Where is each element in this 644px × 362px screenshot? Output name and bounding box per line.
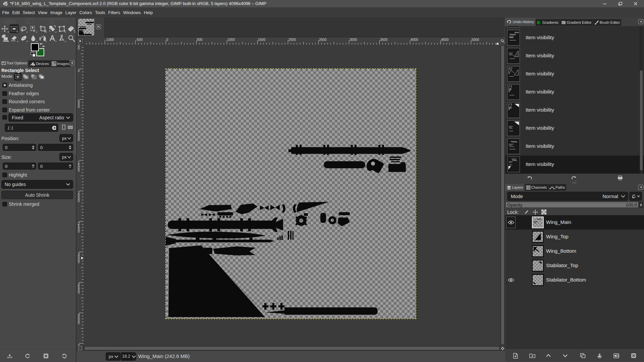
opacity-slider[interactable]: Opacity 100.0 <box>505 202 639 208</box>
tab-channels[interactable]: Channels <box>525 184 548 191</box>
feather-edges-checkbox[interactable] <box>2 91 7 96</box>
undo-item[interactable]: Item visibility <box>505 101 644 119</box>
selection-mode-intersect[interactable] <box>38 73 45 80</box>
left-dock-collapse-icon[interactable] <box>69 60 74 65</box>
reset-tool-defaults-icon[interactable] <box>61 353 67 359</box>
lock-pixels-icon[interactable] <box>524 209 529 215</box>
spinner-arrows[interactable] <box>31 163 35 169</box>
visibility-toggle[interactable] <box>506 245 516 257</box>
guides-combo[interactable]: No guides <box>1 180 73 189</box>
menu-select[interactable]: Select <box>21 9 36 16</box>
visibility-toggle[interactable] <box>506 231 516 243</box>
layer-mode-switch-button[interactable] <box>629 192 642 201</box>
selection-mode-add[interactable] <box>22 73 30 80</box>
layer-thumbnail[interactable] <box>532 274 544 286</box>
layer-row-wing_bottom[interactable]: Wing_Bottom <box>505 244 644 258</box>
delete-tool-preset-icon[interactable] <box>43 353 49 359</box>
layer-thumbnail[interactable] <box>532 260 544 272</box>
tool-text[interactable] <box>48 34 57 43</box>
menu-edit[interactable]: Edit <box>11 9 21 16</box>
undo-item[interactable]: Item visibility <box>505 119 644 137</box>
visibility-toggle[interactable] <box>506 260 516 272</box>
zoom-combo-chevron-icon[interactable] <box>131 352 136 361</box>
fixed-checkbox[interactable] <box>2 115 7 120</box>
menu-image[interactable]: Image <box>49 9 64 16</box>
menu-help[interactable]: Help <box>142 9 154 16</box>
layers-dock-collapse-icon[interactable] <box>638 185 643 190</box>
menu-colors[interactable]: Colors <box>78 9 94 16</box>
tab-gradients[interactable]: Gradients <box>536 19 560 26</box>
raise-layer-icon[interactable] <box>545 353 551 359</box>
image-tab-close-icon[interactable] <box>96 24 101 29</box>
image-tab[interactable] <box>76 17 105 37</box>
default-colors-icon[interactable] <box>31 52 36 57</box>
new-layer-icon[interactable] <box>513 353 519 359</box>
tool-free-select[interactable] <box>19 24 28 33</box>
size-height-spinbox[interactable]: 0 <box>38 163 73 170</box>
antialiasing-checkbox[interactable]: ✕ <box>2 83 7 87</box>
tab-layers[interactable]: Layers <box>505 184 525 191</box>
zoom-follow-window-icon[interactable] <box>500 38 505 45</box>
visibility-toggle[interactable] <box>506 217 516 228</box>
tool-heal[interactable] <box>19 34 28 43</box>
auto-shrink-button[interactable]: Auto Shrink <box>1 191 73 199</box>
canvas-menu-icon[interactable] <box>77 38 83 44</box>
undo-item[interactable]: Item visibility <box>505 65 644 83</box>
tool-move[interactable] <box>0 24 9 33</box>
undo-item[interactable]: Item visibility <box>505 83 644 101</box>
dock-resize-grip[interactable] <box>573 182 577 184</box>
layer-row-stabilator_bottom[interactable]: Stabilator_Bottom <box>505 273 644 287</box>
expand-from-center-checkbox[interactable] <box>2 108 7 112</box>
tool-clone[interactable] <box>0 34 9 43</box>
canvas-viewport[interactable] <box>84 45 500 346</box>
undo-dock-collapse-icon[interactable] <box>638 19 643 24</box>
tab-images[interactable]: Images <box>50 60 70 67</box>
navigation-preview-icon[interactable] <box>500 346 505 351</box>
layer-thumbnail[interactable] <box>532 217 544 228</box>
lock-position-icon[interactable] <box>533 209 538 215</box>
layer-thumbnail[interactable] <box>532 231 544 243</box>
canvas-vertical-scrollbar[interactable] <box>500 45 505 346</box>
add-layer-mask-icon[interactable] <box>613 353 619 359</box>
selection-mode-replace[interactable] <box>14 73 21 80</box>
position-x-spinbox[interactable]: 0 <box>3 144 36 151</box>
vertical-scrollbar-thumb[interactable] <box>501 45 504 345</box>
layer-row-wing_main[interactable]: Wing_Main <box>505 215 644 230</box>
save-tool-preset-icon[interactable] <box>7 353 13 359</box>
undo-icon[interactable] <box>527 175 533 181</box>
highlight-checkbox[interactable] <box>2 173 7 177</box>
horizontal-scrollbar-thumb[interactable] <box>84 346 500 350</box>
undo-item[interactable]: Item visibility <box>505 47 644 65</box>
tool-measure[interactable] <box>57 34 66 43</box>
swap-colors-icon[interactable] <box>40 43 45 48</box>
quick-mask-toggle-icon[interactable] <box>77 346 83 351</box>
menu-filters[interactable]: Filters <box>107 9 121 16</box>
duplicate-layer-icon[interactable] <box>580 353 586 359</box>
position-unit-combo[interactable]: px <box>59 134 73 142</box>
lock-alpha-icon[interactable] <box>541 209 546 215</box>
spinner-arrows[interactable] <box>31 144 35 150</box>
undo-item[interactable]: Item visibility <box>505 137 644 156</box>
new-layer-group-icon[interactable] <box>529 353 535 359</box>
merge-down-icon[interactable] <box>596 353 602 359</box>
spinner-arrows[interactable] <box>68 163 72 169</box>
menu-tools[interactable]: Tools <box>94 9 107 16</box>
clear-entry-icon[interactable] <box>52 125 57 130</box>
restore-tool-preset-icon[interactable] <box>24 353 31 359</box>
tool-handle-transform[interactable] <box>57 24 66 33</box>
landscape-orientation-icon[interactable] <box>68 125 73 130</box>
visibility-toggle[interactable] <box>506 274 516 286</box>
clear-undo-history-icon[interactable] <box>617 175 623 181</box>
aspect-ratio-entry[interactable]: 1:1 <box>5 124 58 132</box>
undo-item[interactable]: Item visibility <box>505 156 644 174</box>
selection-mode-subtract[interactable] <box>30 73 38 80</box>
size-unit-combo[interactable]: px <box>59 153 73 161</box>
tool-crop[interactable] <box>38 24 47 33</box>
tool-zoom[interactable] <box>67 34 76 43</box>
fixed-combo[interactable]: Fixed Aspect ratio <box>8 113 73 122</box>
undo-scrollbar-thumb[interactable] <box>640 70 643 170</box>
tool-unified-transform[interactable] <box>48 24 57 33</box>
tab-gradient-editor[interactable]: Gradient Editor <box>560 19 593 26</box>
tab-undo-history[interactable]: Undo History <box>505 18 536 26</box>
layer-row-stabilator_top[interactable]: Stabilator_Top <box>505 258 644 273</box>
